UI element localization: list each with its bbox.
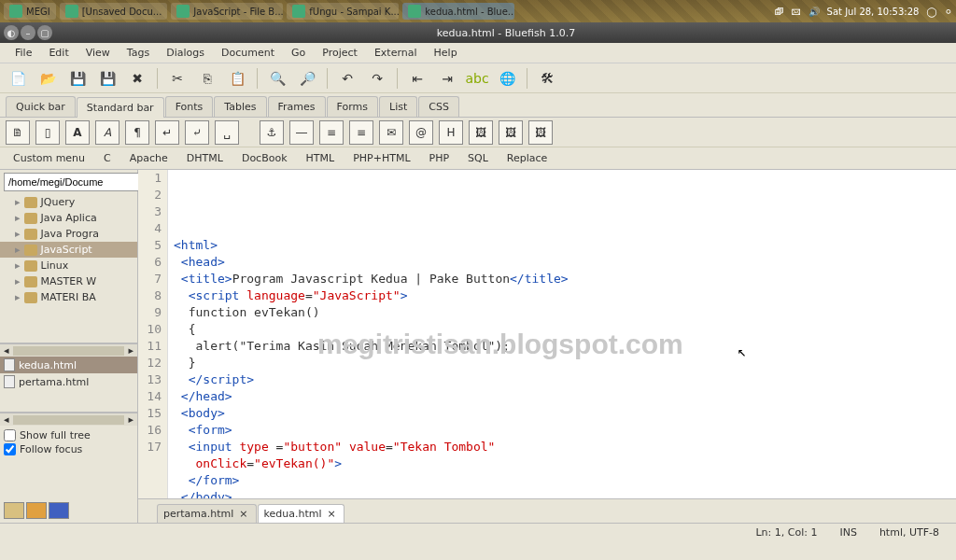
filebrowser-tab-icon[interactable] xyxy=(4,502,24,519)
breakclear-button[interactable]: ⤶ xyxy=(185,120,209,145)
folder-item[interactable]: ▸Linux xyxy=(0,258,137,273)
rule-button[interactable]: ― xyxy=(289,120,314,145)
break-button[interactable]: ↵ xyxy=(155,120,179,145)
thumbnail-button[interactable]: 🖼 xyxy=(499,120,523,145)
file-item[interactable]: pertama.html xyxy=(0,373,137,390)
tray-icon[interactable]: 🖂 xyxy=(792,7,801,17)
bar-tab-quick-bar[interactable]: Quick bar xyxy=(6,96,76,117)
custom-menu-apache[interactable]: Apache xyxy=(122,150,176,166)
menu-file[interactable]: File xyxy=(7,45,39,61)
taskbar-item[interactable]: MEGI xyxy=(4,3,56,20)
bar-tab-fonts[interactable]: Fonts xyxy=(165,96,214,117)
bar-tab-frames[interactable]: Frames xyxy=(268,96,326,117)
document-tab[interactable]: pertama.html× xyxy=(157,504,257,523)
redo-button[interactable]: ↷ xyxy=(365,66,389,91)
bar-tab-forms[interactable]: Forms xyxy=(327,96,378,117)
custom-menu-sql[interactable]: SQL xyxy=(460,150,496,166)
bar-tab-css[interactable]: CSS xyxy=(418,96,459,117)
scroll-right-icon[interactable]: ▸ xyxy=(124,413,137,426)
folder-item[interactable]: ▸MATERI BA xyxy=(0,289,137,305)
bookmarks-tab-icon[interactable] xyxy=(26,502,47,519)
taskbar-item[interactable]: kedua.html - Blue... xyxy=(402,3,514,20)
scroll-left-icon[interactable]: ◂ xyxy=(0,344,13,357)
search-button[interactable]: 🔍 xyxy=(265,66,289,91)
custom-menu-dhtml[interactable]: DHTML xyxy=(179,150,231,166)
indent-button[interactable]: ⇥ xyxy=(435,66,459,91)
paragraph-button[interactable]: ¶ xyxy=(125,120,149,145)
save-as-button[interactable]: 💾 xyxy=(95,66,120,91)
bar-tab-list[interactable]: List xyxy=(379,96,417,117)
italic-button[interactable]: A xyxy=(95,120,120,145)
nbsp-button[interactable]: ␣ xyxy=(215,120,239,145)
folder-item[interactable]: ▸JQuery xyxy=(0,194,137,210)
menu-edit[interactable]: Edit xyxy=(41,45,76,61)
replace-button[interactable]: 🔎 xyxy=(295,66,319,91)
spellcheck-button[interactable]: abc xyxy=(465,66,489,91)
menu-help[interactable]: Help xyxy=(427,45,465,61)
maximize-button[interactable]: ▢ xyxy=(37,25,52,40)
paste-button[interactable]: 📋 xyxy=(225,66,249,91)
custom-menu-php[interactable]: PHP xyxy=(422,150,457,166)
save-button[interactable]: 💾 xyxy=(65,66,90,91)
folder-item[interactable]: ▸Java Progra xyxy=(0,226,137,242)
custom-menu-replace[interactable]: Replace xyxy=(499,150,555,166)
bar-tab-tables[interactable]: Tables xyxy=(214,96,266,117)
folder-item[interactable]: ▸MASTER W xyxy=(0,273,137,289)
multithumb-button[interactable]: 🖼 xyxy=(528,120,553,145)
scroll-right-icon[interactable]: ▸ xyxy=(124,344,137,357)
tray-icon[interactable]: 🗊 xyxy=(775,7,784,17)
open-file-button[interactable]: 📂 xyxy=(35,66,60,91)
menu-dialogs[interactable]: Dialogs xyxy=(159,45,212,61)
custom-menu-html[interactable]: HTML xyxy=(299,150,343,166)
window-menu-button[interactable]: ◐ xyxy=(4,25,19,40)
custom-menu-custom-menu[interactable]: Custom menu xyxy=(6,150,92,166)
menu-external[interactable]: External xyxy=(367,45,425,61)
bold-button[interactable]: A xyxy=(65,120,90,145)
new-file-button[interactable]: 📄 xyxy=(6,66,30,91)
menu-project[interactable]: Project xyxy=(315,45,365,61)
custom-menu-php-html[interactable]: PHP+HTML xyxy=(345,150,417,166)
undo-button[interactable]: ↶ xyxy=(335,66,359,91)
taskbar-item[interactable]: [Unsaved Docu... xyxy=(60,3,168,20)
folder-item[interactable]: ▸Java Aplica xyxy=(0,210,137,226)
body-button[interactable]: ▯ xyxy=(35,120,60,145)
browser-preview-button[interactable]: 🌐 xyxy=(495,66,519,91)
minimize-button[interactable]: – xyxy=(21,25,35,40)
list-scrollbar[interactable]: ◂ ▸ xyxy=(0,413,137,426)
comment-button[interactable]: ✉ xyxy=(379,120,403,145)
show-full-tree-checkbox[interactable]: Show full tree xyxy=(4,429,134,441)
anchor-button[interactable]: ⚓ xyxy=(260,120,284,145)
file-item[interactable]: kedua.html xyxy=(0,357,137,373)
quickstart-button[interactable]: 🗎 xyxy=(6,120,30,145)
close-button[interactable]: ✖ xyxy=(125,66,149,91)
preferences-button[interactable]: 🛠 xyxy=(535,66,559,91)
custom-menu-docbook[interactable]: DocBook xyxy=(234,150,295,166)
menu-go[interactable]: Go xyxy=(284,45,313,61)
tree-scrollbar[interactable]: ◂ ▸ xyxy=(0,343,137,357)
scroll-left-icon[interactable]: ◂ xyxy=(0,413,13,426)
folder-item[interactable]: ▸JavaScript xyxy=(0,242,137,258)
image-button[interactable]: 🖼 xyxy=(469,120,493,145)
menu-view[interactable]: View xyxy=(78,45,118,61)
battery-icon[interactable]: ⚪ xyxy=(945,7,952,17)
code-editor[interactable]: 1234567891011121314151617 megitristisan.… xyxy=(138,170,956,498)
custom-menu-c[interactable]: C xyxy=(96,150,119,166)
path-input[interactable] xyxy=(4,173,142,191)
follow-focus-checkbox[interactable]: Follow focus xyxy=(4,443,134,455)
tray-icon[interactable]: 🔊 xyxy=(808,7,820,17)
rightalign-button[interactable]: ≡ xyxy=(349,120,373,145)
copy-button[interactable]: ⎘ xyxy=(195,66,219,91)
document-tab[interactable]: kedua.html× xyxy=(258,504,344,523)
taskbar-item[interactable]: fUngu - Sampai K... xyxy=(287,3,399,20)
code-content[interactable]: megitristisan.blogspot.com ↖ <html> <hea… xyxy=(168,170,956,498)
bar-tab-standard-bar[interactable]: Standard bar xyxy=(77,97,164,118)
close-tab-icon[interactable]: × xyxy=(326,508,338,520)
menu-document[interactable]: Document xyxy=(214,45,282,61)
cut-button[interactable]: ✂ xyxy=(165,66,190,91)
font-button[interactable]: H xyxy=(439,120,463,145)
reference-tab-icon[interactable] xyxy=(49,502,69,519)
file-list[interactable]: kedua.htmlpertama.html xyxy=(0,357,137,413)
folder-tree[interactable]: ▸JQuery▸Java Aplica▸Java Progra▸JavaScri… xyxy=(0,194,137,343)
unindent-button[interactable]: ⇤ xyxy=(405,66,429,91)
menu-tags[interactable]: Tags xyxy=(120,45,157,61)
